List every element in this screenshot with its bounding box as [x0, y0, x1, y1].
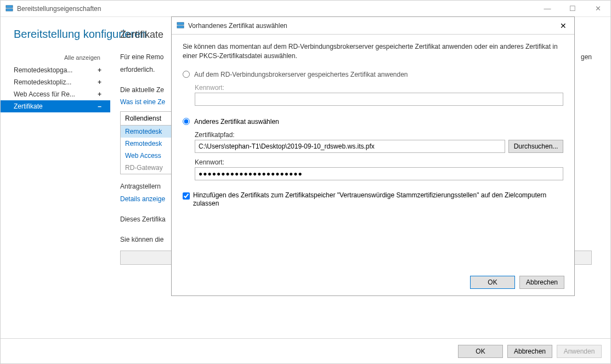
browse-button[interactable]: Durchsuchen... [508, 140, 563, 153]
dialog-intro: Sie können das momentan auf dem RD-Verbi… [183, 42, 563, 61]
radio-use-stored-cert[interactable]: Auf dem RD-Verbindungsbrokerserver gespe… [183, 71, 563, 78]
server-icon [5, 4, 14, 13]
dialog-title: Vorhandenes Zertifikat auswählen [188, 22, 552, 30]
radio-stored-input[interactable] [183, 71, 190, 78]
dialog-close-button[interactable]: ✕ [552, 17, 574, 34]
dialog-footer: OK Abbrechen [172, 269, 574, 295]
maximize-button[interactable]: ☐ [560, 1, 585, 16]
expand-icon: + [98, 90, 105, 98]
show-all-link[interactable]: Alle anzeigen [1, 54, 110, 61]
svg-rect-0 [6, 5, 13, 8]
parent-title: Bereitstellungseigenschaften [17, 5, 535, 13]
radio-other-input[interactable] [183, 118, 190, 125]
nav-item-certificates[interactable]: Zertifikate– [1, 100, 110, 112]
svg-rect-1 [6, 9, 13, 11]
dialog-cancel-button[interactable]: Abbrechen [519, 276, 564, 289]
cert-path-field[interactable] [195, 140, 505, 153]
select-certificate-dialog: Vorhandenes Zertifikat auswählen ✕ Sie k… [171, 16, 575, 296]
radio-other-cert[interactable]: Anderes Zertifikat auswählen [183, 118, 563, 126]
apply-button: Anwenden [557, 345, 602, 358]
dialog-titlebar: Vorhandenes Zertifikat auswählen ✕ [172, 17, 574, 35]
trust-store-checkbox-row[interactable]: Hinzufügen des Zertifikats zum Zertifika… [183, 191, 563, 208]
close-button[interactable]: ✕ [585, 1, 610, 16]
expand-icon: + [98, 78, 105, 86]
password-field-1 [195, 93, 563, 106]
trust-store-label: Hinzufügen des Zertifikats zum Zertifika… [193, 191, 563, 208]
trust-store-checkbox[interactable] [183, 192, 190, 200]
parent-titlebar: Bereitstellungseigenschaften — ☐ ✕ [1, 1, 610, 17]
svg-rect-2 [177, 22, 184, 25]
nav-label: Web Access für Re... [14, 90, 75, 98]
nav-item-rdlicensing[interactable]: Remotedesktopliz...+ [1, 76, 110, 88]
sidebar: Alle anzeigen Remotedesktopga...+ Remote… [1, 17, 110, 338]
cancel-button[interactable]: Abbrechen [507, 345, 552, 358]
svg-rect-3 [177, 26, 184, 28]
password-field-2[interactable] [195, 167, 563, 180]
ok-button[interactable]: OK [458, 345, 503, 358]
nav-item-rdgateway[interactable]: Remotedesktopga...+ [1, 64, 110, 76]
nav-label: Zertifikate [14, 103, 43, 110]
expand-icon: + [98, 66, 105, 74]
parent-footer: OK Abbrechen Anwenden [1, 338, 610, 363]
cert-path-label: Zertifikatpfad: [195, 131, 563, 139]
password-label-1: Kennwort: [195, 84, 563, 92]
nav-label: Remotedesktopliz... [14, 78, 71, 86]
radio-stored-label: Auf dem RD-Verbindungsbrokerserver gespe… [194, 71, 408, 78]
dialog-body: Sie können das momentan auf dem RD-Verbi… [172, 35, 574, 208]
password-label-2: Kennwort: [195, 158, 563, 166]
nav-item-webaccess[interactable]: Web Access für Re...+ [1, 88, 110, 100]
radio-other-label: Anderes Zertifikat auswählen [194, 118, 279, 126]
dialog-ok-button[interactable]: OK [470, 276, 515, 289]
server-icon [176, 21, 185, 30]
minimize-button[interactable]: — [535, 1, 560, 16]
window-buttons: — ☐ ✕ [535, 1, 610, 16]
collapse-icon: – [98, 103, 105, 110]
nav-label: Remotedesktopga... [14, 66, 72, 74]
